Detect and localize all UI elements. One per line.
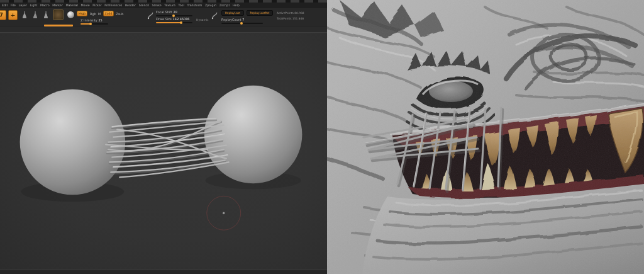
replay-last-button[interactable]: ReplayLast <box>221 10 244 16</box>
replay-count-handle[interactable] <box>240 22 243 25</box>
mrgb-button[interactable]: Mrgb <box>77 11 87 16</box>
menu-zplugin[interactable]: Zplugin <box>205 3 216 8</box>
pen-icon <box>147 11 154 20</box>
quick-slot-7-button[interactable]: 7 <box>0 10 6 20</box>
menu-file[interactable]: File <box>11 3 16 8</box>
rgb-button[interactable]: Rgb <box>90 12 96 16</box>
focal-shift-label: Focal Shift <box>156 10 172 14</box>
canvas-bottom-edge <box>0 270 327 274</box>
draw-size-handle[interactable] <box>180 21 182 24</box>
menu-zscript[interactable]: Zscript <box>219 3 230 8</box>
dynamic-toggle[interactable]: Dynamic <box>196 18 208 21</box>
vignette <box>327 0 644 274</box>
screenshot-root: Edit File Layer Light Macro Marker Mater… <box>0 0 644 274</box>
viewport-render <box>0 33 327 270</box>
top-shelf: 7 + Mrgb Rgb M Zadd Zsub <box>0 8 327 26</box>
z-intensity-slider[interactable]: Z Intensity 25 <box>80 18 103 22</box>
total-points-counter: TotalPoints 151.848 <box>277 17 304 20</box>
m-button[interactable]: M <box>98 12 101 16</box>
menu-picker[interactable]: Picker <box>92 3 101 8</box>
focal-shift-slider[interactable]: Focal Shift 28 <box>156 10 177 14</box>
menu-tool[interactable]: Tool <box>179 3 184 8</box>
replay-last-rel-button[interactable]: ReplayLastRel <box>247 10 273 16</box>
menu-edit[interactable]: Edit <box>2 3 8 8</box>
draw-size-label: Draw Size <box>156 17 172 21</box>
menu-bar: Edit File Layer Light Macro Marker Mater… <box>0 3 327 8</box>
replay-count-slider[interactable]: ReplayCount 7 <box>221 18 245 21</box>
sculpt-viewport[interactable] <box>0 33 327 270</box>
focal-shift-value: 28 <box>174 10 177 14</box>
replay-count-value: 7 <box>242 18 244 21</box>
menu-marker[interactable]: Marker <box>52 3 63 8</box>
brush-icon[interactable] <box>31 11 39 20</box>
brush-icon[interactable] <box>42 11 50 20</box>
menu-light[interactable]: Light <box>30 3 37 8</box>
sculpt-render-closeup <box>327 0 644 274</box>
brush-cursor <box>207 196 241 230</box>
menu-stencil[interactable]: Stencil <box>139 3 149 8</box>
z-intensity-label: Z Intensity <box>80 18 97 22</box>
menu-material[interactable]: Material <box>65 3 78 8</box>
alpha-thumbnail[interactable] <box>53 9 64 20</box>
material-sphere-icon[interactable] <box>67 11 75 19</box>
shelf-canvas-divider <box>0 27 327 33</box>
replay-count-label: ReplayCount <box>221 18 242 21</box>
menu-layer[interactable]: Layer <box>19 3 27 8</box>
menu-preferences[interactable]: Preferences <box>104 3 122 8</box>
menu-movie[interactable]: Movie <box>80 3 89 8</box>
z-intensity-value: 25 <box>98 18 102 22</box>
menu-macro[interactable]: Macro <box>40 3 50 8</box>
menu-transform[interactable]: Transform <box>187 3 202 8</box>
menu-render[interactable]: Render <box>125 3 136 8</box>
pen-icon <box>211 11 218 20</box>
menu-stroke[interactable]: Stroke <box>152 3 161 8</box>
menu-help[interactable]: Help <box>233 3 240 8</box>
active-points-counter: ActivePoints 80.968 <box>277 11 304 14</box>
menu-texture[interactable]: Texture <box>164 3 175 8</box>
draw-size-slider[interactable]: Draw Size 142.46086 <box>156 17 190 21</box>
z-intensity-handle[interactable] <box>89 23 92 25</box>
brush-icon[interactable] <box>21 11 28 20</box>
zsub-button[interactable]: Zsub <box>116 12 123 16</box>
rgb-intensity-slider[interactable] <box>44 25 73 26</box>
add-button[interactable]: + <box>8 10 18 20</box>
draw-size-value: 142.46086 <box>173 17 190 21</box>
zadd-button[interactable]: Zadd <box>103 11 114 16</box>
zbrush-window: Edit File Layer Light Macro Marker Mater… <box>0 0 327 274</box>
